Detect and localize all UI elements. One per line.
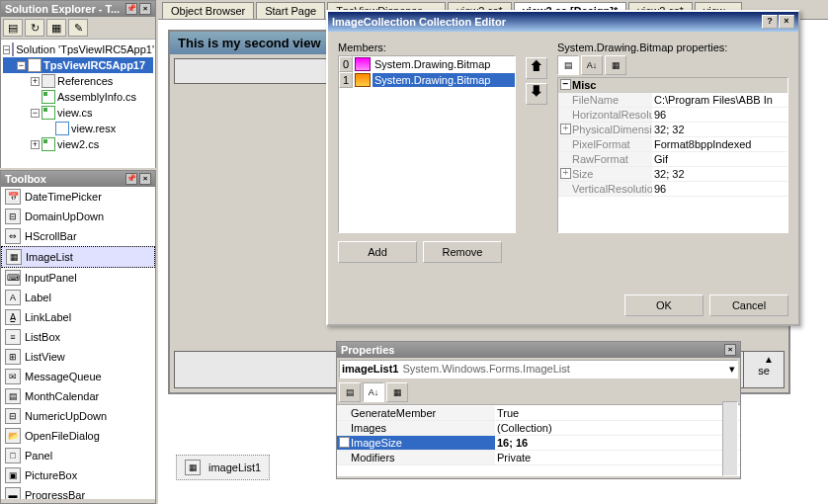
property-value[interactable]: C:\Program Files\ABB In	[652, 93, 787, 107]
properties-panel: Properties × imageList1 System.Windows.F…	[336, 341, 741, 479]
monthcalendar-icon: ▤	[5, 388, 21, 404]
property-row[interactable]: Images(Collection)	[337, 421, 740, 436]
property-row[interactable]: VerticalResolution96	[558, 182, 787, 197]
alpha-sort-icon[interactable]: A↓	[363, 382, 384, 402]
close-icon[interactable]: ×	[139, 3, 151, 15]
toolbox-item-label[interactable]: ALabel	[1, 288, 155, 307]
toolbox-list[interactable]: 📅DateTimePicker⊟DomainUpDown⇔HScrollBar▦…	[1, 187, 155, 499]
property-row[interactable]: PhysicalDimensio32; 32	[558, 123, 787, 137]
member-item[interactable]: 1System.Drawing.Bitmap	[339, 72, 515, 88]
document-tab[interactable]: Object Browser	[162, 2, 254, 19]
property-value[interactable]: 96	[652, 108, 787, 122]
alpha-sort-icon[interactable]: A↓	[581, 55, 603, 75]
se-button[interactable]: ▲se	[744, 352, 784, 387]
tree-assemblyinfo[interactable]: AssemblyInfo.cs	[3, 89, 153, 105]
close-icon[interactable]: ×	[139, 173, 151, 185]
move-up-button[interactable]: 🡅	[526, 57, 547, 79]
toolbox-item-numericupdown[interactable]: ⊟NumericUpDown	[1, 406, 155, 426]
toolbox-item-progressbar[interactable]: ▬ProgressBar	[1, 485, 155, 499]
categorized-icon[interactable]: ▤	[557, 55, 579, 75]
toolbox: Toolbox 📌 × 📅DateTimePicker⊟DomainUpDown…	[0, 170, 156, 504]
property-value[interactable]: 16; 16	[495, 436, 740, 450]
category-misc[interactable]: Misc	[558, 78, 787, 93]
tree-viewresx[interactable]: view.resx	[3, 121, 153, 136]
property-pages-icon[interactable]: ▦	[386, 382, 408, 402]
dialog-titlebar[interactable]: ImageCollection Collection Editor ? ×	[328, 12, 798, 32]
property-row[interactable]: PixelFormatFormat8bppIndexed	[558, 137, 787, 152]
properties-icon[interactable]: ✎	[68, 19, 88, 37]
members-list[interactable]: 0System.Drawing.Bitmap1System.Drawing.Bi…	[338, 55, 516, 233]
expander-icon[interactable]: +	[31, 140, 40, 149]
categorized-icon[interactable]: ▤	[339, 382, 361, 402]
view-code-icon[interactable]: ▤	[3, 19, 23, 37]
property-row[interactable]: GenerateMemberTrue	[337, 406, 740, 421]
tree-view2cs[interactable]: +view2.cs	[3, 136, 153, 152]
toolbox-item-datetimepicker[interactable]: 📅DateTimePicker	[1, 187, 155, 207]
toolbox-item-monthcalendar[interactable]: ▤MonthCalendar	[1, 386, 155, 406]
cancel-button[interactable]: Cancel	[709, 294, 788, 316]
close-icon[interactable]: ×	[724, 344, 736, 356]
toolbox-item-label: ImageList	[26, 251, 73, 263]
add-button[interactable]: Add	[338, 241, 417, 263]
pin-icon[interactable]: 📌	[125, 3, 137, 15]
linklabel-icon: A̲	[5, 309, 21, 325]
toolbox-item-listbox[interactable]: ≡ListBox	[1, 327, 155, 347]
tree-viewcs[interactable]: −view.cs	[3, 105, 153, 121]
properties-grid[interactable]: GenerateMemberTrueImages(Collection)Imag…	[337, 405, 740, 476]
toolbox-item-messagequeue[interactable]: ✉MessageQueue	[1, 367, 155, 386]
toolbox-item-linklabel[interactable]: A̲LinkLabel	[1, 307, 155, 327]
expander-icon[interactable]: +	[31, 77, 40, 86]
pin-icon[interactable]: 📌	[125, 173, 137, 185]
bitmap-properties-grid[interactable]: MiscFileNameC:\Program Files\ABB InHoriz…	[557, 77, 788, 233]
property-value[interactable]: 32; 32	[652, 123, 787, 136]
member-text: System.Drawing.Bitmap	[373, 57, 515, 71]
scrollbar[interactable]	[722, 401, 738, 476]
refresh-icon[interactable]: ↻	[25, 19, 44, 37]
property-value[interactable]: 96	[652, 182, 787, 196]
property-row[interactable]: FileNameC:\Program Files\ABB In	[558, 93, 787, 108]
property-row[interactable]: RawFormatGif	[558, 152, 787, 167]
toolbox-item-openfiledialog[interactable]: 📂OpenFileDialog	[1, 426, 155, 446]
property-value[interactable]: Gif	[652, 152, 787, 166]
expander-icon[interactable]: −	[17, 61, 26, 70]
remove-button[interactable]: Remove	[423, 241, 502, 263]
tree-project[interactable]: −TpsViewIRC5App17	[3, 57, 153, 73]
toolbox-item-domainupdown[interactable]: ⊟DomainUpDown	[1, 207, 155, 226]
toolbox-item-label: PictureBox	[25, 469, 77, 481]
property-row[interactable]: Size32; 32	[558, 167, 787, 182]
toolbox-item-panel[interactable]: □Panel	[1, 446, 155, 465]
show-all-icon[interactable]: ▦	[46, 19, 66, 37]
expander-icon[interactable]: −	[3, 45, 10, 54]
property-row[interactable]: ModifiersPrivate	[337, 451, 740, 465]
member-item[interactable]: 0System.Drawing.Bitmap	[339, 56, 515, 72]
solution-tree[interactable]: −Solution 'TpsViewIRC5App1' −TpsViewIRC5…	[1, 40, 155, 168]
property-value[interactable]: Format8bppIndexed	[652, 137, 787, 151]
toolbox-item-imagelist[interactable]: ▦ImageList	[1, 246, 155, 268]
object-selector[interactable]: imageList1 System.Windows.Forms.ImageLis…	[339, 360, 738, 378]
listview-icon: ⊞	[5, 349, 21, 365]
document-tab[interactable]: Start Page	[256, 2, 325, 19]
tree-references[interactable]: +References	[3, 73, 153, 89]
properties-toolbar: ▤ A↓ ▦	[337, 380, 740, 405]
property-pages-icon[interactable]: ▦	[605, 55, 626, 75]
property-name: Images	[337, 421, 495, 435]
property-value[interactable]: Private	[495, 451, 740, 464]
tree-solution[interactable]: −Solution 'TpsViewIRC5App1'	[3, 42, 153, 57]
imagelist-label: imageList1	[208, 462, 261, 473]
close-button[interactable]: ×	[779, 15, 794, 29]
toolbox-item-listview[interactable]: ⊞ListView	[1, 347, 155, 367]
property-value[interactable]: (Collection)	[495, 421, 740, 435]
dropdown-icon[interactable]: ▾	[729, 363, 735, 376]
ok-button[interactable]: OK	[624, 294, 704, 316]
toolbox-item-inputpanel[interactable]: ⌨InputPanel	[1, 268, 155, 288]
help-button[interactable]: ?	[762, 15, 778, 29]
move-down-button[interactable]: 🡇	[526, 83, 547, 105]
property-row[interactable]: ImageSize16; 16	[337, 436, 740, 451]
property-row[interactable]: HorizontalResoluti96	[558, 108, 787, 123]
property-value[interactable]: True	[495, 406, 740, 420]
expander-icon[interactable]: −	[31, 109, 40, 118]
toolbox-item-hscrollbar[interactable]: ⇔HScrollBar	[1, 226, 155, 246]
property-value[interactable]: 32; 32	[652, 167, 787, 181]
imagelist-component[interactable]: ▦ imageList1	[176, 455, 270, 480]
toolbox-item-picturebox[interactable]: ▣PictureBox	[1, 465, 155, 485]
